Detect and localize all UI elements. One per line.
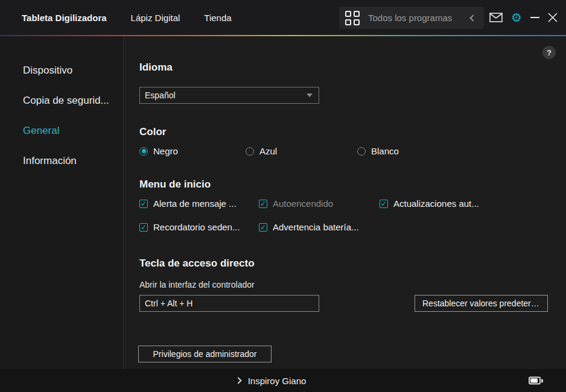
checkbox-checked-icon: ✓ — [139, 223, 148, 232]
help-icon[interactable]: ? — [542, 46, 556, 59]
main-menu: Tableta Digilizadora Lápiz Digital Tiend… — [22, 13, 232, 23]
sidebar-item-informacion[interactable]: Información — [0, 146, 123, 176]
sidebar: Dispositivo Copia de segurid... General … — [0, 36, 124, 369]
shortcut-sublabel: Abrir la interfaz del controlador — [139, 280, 548, 289]
close-icon[interactable] — [548, 13, 558, 22]
start-menu-options-row2: ✓ Recordatorio seden... ✓ Advertencia ba… — [139, 222, 548, 232]
radio-azul-label: Azul — [259, 146, 277, 156]
shortcut-input[interactable] — [139, 295, 319, 312]
checkbox-label: Advertencia batería... — [273, 222, 359, 232]
battery-full-icon — [529, 377, 543, 385]
mail-icon[interactable] — [489, 13, 503, 22]
settings-gear-icon[interactable]: ⚙ — [511, 11, 522, 24]
sidebar-item-copia-de-seguridad[interactable]: Copia de segurid... — [0, 86, 123, 116]
checkbox-checked-icon: ✓ — [259, 200, 267, 208]
language-section-title: Idioma — [139, 62, 548, 74]
menu-tableta-digitalizadora[interactable]: Tableta Digilizadora — [22, 13, 107, 23]
start-menu-options-row1: ✓ Alerta de mensaje ... ✓ Autoencendido … — [139, 198, 548, 209]
title-bar: Tableta Digilizadora Lápiz Digital Tiend… — [0, 0, 566, 35]
checkbox-actualizaciones[interactable]: ✓ Actualizaciones aut... — [380, 198, 479, 209]
checkbox-alerta-de-mensaje[interactable]: ✓ Alerta de mensaje ... — [139, 198, 259, 209]
language-dropdown-value: Español — [145, 90, 307, 100]
sidebar-item-general[interactable]: General — [0, 116, 123, 146]
checkbox-checked-icon: ✓ — [259, 223, 267, 232]
checkbox-label: Alerta de mensaje ... — [153, 198, 237, 209]
admin-privileges-button[interactable]: Privilegios de administrador — [138, 346, 272, 362]
chevron-right-icon — [235, 377, 241, 384]
radio-negro-label: Negro — [153, 146, 178, 156]
checkbox-label: Actualizaciones aut... — [393, 198, 479, 209]
app-window: Tableta Digilizadora Lápiz Digital Tiend… — [0, 0, 566, 392]
radio-blanco[interactable]: Blanco — [357, 146, 399, 156]
reset-defaults-button[interactable]: Restablecer valores predetermi... — [415, 295, 548, 312]
color-options: Negro Azul Blanco — [139, 146, 548, 156]
minimize-icon[interactable] — [530, 17, 539, 18]
sidebar-item-dispositivo[interactable]: Dispositivo — [0, 55, 123, 86]
checkbox-recordatorio[interactable]: ✓ Recordatorio seden... — [139, 222, 259, 232]
general-settings-panel: ? Idioma Español Color Negro Azul Blanco — [124, 36, 566, 369]
color-section-title: Color — [139, 126, 548, 138]
checkbox-label: Recordatorio seden... — [153, 222, 240, 232]
radio-blanco-label: Blanco — [371, 146, 399, 156]
start-menu-section-title: Menu de inicio — [139, 179, 548, 191]
menu-lapiz-digital[interactable]: Lápiz Digital — [131, 13, 180, 23]
chevron-down-icon — [307, 93, 313, 97]
checkbox-autoencendido[interactable]: ✓ Autoencendido — [259, 198, 380, 209]
radio-selected-icon — [139, 147, 148, 156]
language-dropdown[interactable]: Español — [139, 87, 319, 104]
device-selector[interactable]: Inspiroy Giano — [236, 376, 307, 386]
checkbox-checked-icon: ✓ — [139, 200, 148, 208]
apps-grid-icon — [345, 11, 360, 25]
checkbox-advertencia-bateria[interactable]: ✓ Advertencia batería... — [259, 222, 359, 232]
radio-negro[interactable]: Negro — [139, 146, 246, 156]
radio-azul[interactable]: Azul — [246, 146, 357, 156]
radio-unselected-icon — [357, 147, 366, 156]
all-programs-label: Todos los programas — [368, 13, 471, 23]
device-bar: Inspiroy Giano — [0, 369, 566, 392]
shortcut-section-title: Tecla de acceso directo — [139, 258, 548, 270]
collapse-left-icon[interactable] — [469, 14, 476, 21]
menu-tienda[interactable]: Tienda — [204, 13, 231, 23]
checkbox-checked-icon: ✓ — [380, 200, 388, 208]
header-icons: ⚙ — [489, 0, 558, 35]
shortcut-row: Restablecer valores predetermi... — [139, 295, 548, 312]
radio-unselected-icon — [246, 147, 254, 156]
device-name: Inspiroy Giano — [248, 376, 307, 386]
checkbox-label: Autoencendido — [273, 198, 333, 209]
all-programs-selector[interactable]: Todos los programas — [339, 7, 484, 29]
